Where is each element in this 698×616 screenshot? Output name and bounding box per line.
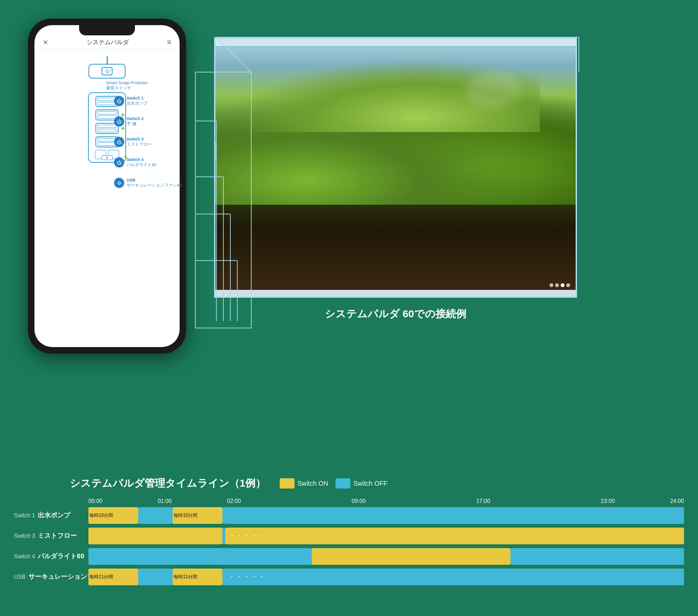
menu-icon[interactable]: ≡ [167, 38, 171, 47]
usb-indicator: ⏻ [101, 155, 113, 160]
switch3-icon: ⏻ [114, 137, 124, 147]
seg-sw1-y2-label: 毎時10分間 [174, 512, 197, 519]
phone-header: ✕ システムパルダ ≡ [34, 35, 180, 50]
row-switch3-sw: Switch 3 [14, 533, 35, 539]
time-0900: 09:00 [352, 498, 366, 504]
usb-name: USB [127, 178, 180, 182]
switch-item-4[interactable]: ⏻ Switch 4 パルダライト60 [114, 152, 180, 173]
seg-sw1-y1: 毎時10分間 [88, 507, 138, 524]
legend-on-box [280, 478, 295, 489]
terrarium-bg [215, 47, 576, 290]
row-switch3-label: Switch 3 ミストフロー [14, 532, 87, 540]
phone-body: ✕ システムパルダ ≡ ⏻ Smart Surge Protec [28, 19, 186, 354]
switch2-icon: ⏻ [114, 116, 124, 127]
wire-top [107, 56, 108, 64]
legend-off: Switch OFF [336, 478, 387, 489]
switch2-text: Switch 2 予 備 [127, 116, 144, 127]
seg-sw4-b2 [510, 548, 684, 565]
seg-usb-b1 [138, 569, 173, 585]
outlet-slot-3a [98, 125, 116, 128]
switch4-icon: ⏻ [114, 157, 124, 167]
mist [466, 71, 522, 108]
switch4-text: Switch 4 パルダライト60 [127, 157, 156, 168]
legend-on-label: Switch ON [297, 480, 328, 487]
timeline-header: システムパルダ管理タイムライン（1例） Switch ON Switch OFF [14, 476, 684, 490]
seg-usb-y2-label: 毎時11分間 [174, 574, 197, 580]
timeline-grid: 00:00 01:00 02:00 09:00 17:00 23:00 24:0… [14, 498, 684, 585]
terrarium-caption: システムパルダ 60での接続例 [214, 307, 577, 321]
switch-item-3[interactable]: ⏻ Switch 3 ミストフロー [114, 132, 180, 152]
row-switch1: Switch 1 出水ポンプ 毎時10分間 毎時10分間 [88, 507, 684, 524]
row-usb-bar: 毎時11分間 毎時11分間 ・・・・・ [88, 569, 684, 585]
seg-usb-y2: 毎時11分間 [173, 569, 222, 585]
surge-name: Smart Surge Protector [67, 80, 148, 85]
phone: ✕ システムパルダ ≡ ⏻ Smart Surge Protec [28, 19, 186, 354]
switch1-name: Switch 1 [127, 96, 148, 100]
time-2300: 23:00 [601, 498, 615, 504]
legend-off-label: Switch OFF [353, 480, 387, 487]
switch-item-1[interactable]: ⏻ Switch 1 出水ポンプ [114, 91, 180, 111]
outlet-slot-2a [98, 111, 116, 114]
switch1-icon: ⏻ [114, 96, 124, 106]
switch-item-2[interactable]: ⏻ Switch 2 予 備 [114, 111, 180, 132]
seg-sw3-y2 [225, 528, 684, 544]
surge-power-btn[interactable]: ⏻ [101, 67, 113, 75]
legend-on: Switch ON [280, 478, 328, 489]
usb-item[interactable]: ⏻ USB サーキュレーションファン40 [114, 173, 180, 193]
phone-notch [79, 25, 135, 35]
row-usb-label: USB サーキュレーションファン40 [14, 573, 87, 581]
row-switch3-name: ミストフロー [38, 532, 77, 540]
row-switch3-bar: ・・・・・ [88, 528, 684, 544]
row-switch4: Switch 4 パルダライト60 [88, 548, 684, 565]
terrarium-handle [215, 142, 216, 161]
outlet-slot-2b [98, 115, 116, 119]
row-switch3: Switch 3 ミストフロー ・・・・・ [88, 528, 684, 544]
switch-labels: ⏻ Switch 1 出水ポンプ ⏻ Switch 2 予 備 [114, 91, 180, 193]
row-switch1-bar: 毎時10分間 毎時10分間 [88, 507, 684, 524]
dot-2 [555, 283, 559, 287]
timeline-rows: Switch 1 出水ポンプ 毎時10分間 毎時10分間 [88, 507, 684, 585]
seg-sw1-b2 [222, 507, 684, 524]
seg-sw4-y1 [312, 548, 510, 565]
dot-4 [566, 283, 570, 287]
phone-screen: ✕ システムパルダ ≡ ⏻ Smart Surge Protec [34, 25, 180, 347]
time-labels: 00:00 01:00 02:00 09:00 17:00 23:00 24:0… [88, 498, 684, 504]
time-0200: 02:00 [227, 498, 241, 504]
seg-sw4-b1 [88, 548, 312, 565]
terrarium-image [215, 39, 576, 296]
row-switch1-label: Switch 1 出水ポンプ [14, 511, 87, 520]
seg-usb-b2 [222, 569, 684, 585]
switch1-desc: 出水ポンプ [127, 100, 148, 107]
switch4-name: Switch 4 [127, 157, 156, 162]
seg-sw3-y1 [88, 528, 222, 544]
seg-sw1-y2: 毎時10分間 [173, 507, 222, 524]
switch1-text: Switch 1 出水ポンプ [127, 96, 148, 107]
seg-sw1-y1-label: 毎時10分間 [89, 512, 113, 519]
surge-label-area: Smart Surge Protector 避雷スイッチ [67, 80, 148, 91]
terrarium-bottom-bar [215, 290, 576, 296]
time-1700: 17:00 [476, 498, 490, 504]
row-usb: USB サーキュレーションファン40 毎時11分間 毎時11分間 [88, 569, 684, 585]
timeline-title: システムパルダ管理タイムライン（1例） [70, 476, 266, 490]
row-switch4-label: Switch 4 パルダライト60 [14, 552, 87, 561]
dot-1 [550, 283, 553, 287]
seg-sw1-b1 [138, 507, 173, 524]
close-icon[interactable]: ✕ [43, 39, 48, 46]
usb-icon: ⏻ [114, 178, 124, 188]
legend-off-box [336, 478, 350, 489]
surge-outlet: ⏻ [88, 64, 126, 79]
switch3-desc: ミストフロー [127, 141, 152, 147]
timeline-section: システムパルダ管理タイムライン（1例） Switch ON Switch OFF… [14, 476, 684, 607]
row-switch1-name: 出水ポンプ [38, 511, 70, 520]
time-2400: 24:00 [670, 498, 684, 504]
dot-3 [561, 283, 564, 287]
outlet-slot-3b [98, 129, 116, 132]
terrarium-wrapper: システムパルダ 60での接続例 [214, 37, 577, 298]
switch3-name: Switch 3 [127, 137, 152, 141]
outlet-slot-4a [98, 138, 116, 141]
row-switch4-bar [88, 548, 684, 565]
switch2-name: Switch 2 [127, 116, 144, 121]
seg-usb-y1-label: 毎時11分間 [89, 574, 113, 580]
phone-title: システムパルダ [87, 38, 129, 47]
row-switch4-name: パルダライト60 [38, 552, 84, 561]
